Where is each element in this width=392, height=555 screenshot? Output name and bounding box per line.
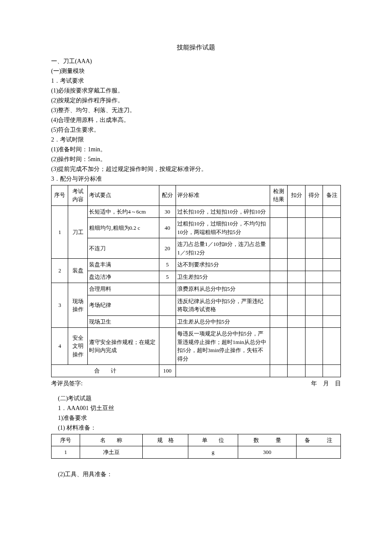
cell-spec xyxy=(143,446,188,459)
scoring-table: 序号 考试内容 考试要点 配分 评分标准 检测结果 扣分 得分 备注 1 刀工 … xyxy=(51,185,341,377)
subsection-1: (一)测量模块 xyxy=(51,66,341,75)
cell-content: 刀工 xyxy=(68,205,88,259)
cell-num: 3 xyxy=(52,283,68,328)
cell-empty xyxy=(288,218,306,238)
signature-label: 考评员签字: xyxy=(51,379,83,388)
th-remark: 备 注 xyxy=(297,434,341,446)
table-header-row: 序号 名 称 规 格 单 位 数 量 备 注 xyxy=(52,434,341,446)
cell-empty xyxy=(323,218,341,238)
cell-empty xyxy=(270,328,288,365)
cell-score xyxy=(159,283,176,295)
cell-content: 装盘 xyxy=(68,259,88,283)
cell-empty xyxy=(305,315,323,328)
cell-std: 卫生差扣5分 xyxy=(176,271,270,283)
cell-empty xyxy=(323,365,341,377)
cell-std: 违反纪律从总分中扣5分，严重违纪将取消考试资格 xyxy=(176,295,270,315)
cell-std: 过粗扣10分，过细扣10分，不均匀扣10分，两端粗细不均扣5分 xyxy=(176,218,270,238)
material-table: 序号 名 称 规 格 单 位 数 量 备 注 1 净土豆 g 300 xyxy=(51,434,341,459)
cell-name: 净土豆 xyxy=(80,446,143,459)
cell-empty xyxy=(323,271,341,283)
cell-empty xyxy=(323,238,341,259)
cell-score xyxy=(159,295,176,315)
th-got: 得分 xyxy=(305,185,323,205)
table-row: 现场卫生 卫生差从总分中扣5分 xyxy=(52,315,341,328)
cell-empty xyxy=(288,238,306,259)
requirements-header: 1．考试要求 xyxy=(51,76,341,85)
th-deduct: 扣分 xyxy=(288,185,306,205)
cell-empty xyxy=(305,365,323,377)
cell-empty xyxy=(288,283,306,295)
req-1: (1)必须按要求穿戴工作服。 xyxy=(51,86,341,95)
table-total-row: 合 计 100 xyxy=(52,365,341,377)
th-qty: 数 量 xyxy=(238,434,297,446)
cell-std: 浪费原料从总分中扣5分 xyxy=(176,283,270,295)
table-row: 粗细均匀,粗细为0.2 c 40 过粗扣10分，过细扣10分，不均匀扣10分，两… xyxy=(52,218,341,238)
cell-empty xyxy=(270,259,288,271)
cell-point: 盘边洁净 xyxy=(88,271,159,283)
cell-empty xyxy=(288,365,306,377)
cell-score: 20 xyxy=(159,238,176,259)
cell-empty xyxy=(270,295,288,315)
cell-point: 考场纪律 xyxy=(88,295,159,315)
cell-unit: g xyxy=(188,446,238,459)
th-name: 名 称 xyxy=(80,434,143,446)
cell-empty xyxy=(270,238,288,259)
cell-remark xyxy=(297,446,341,459)
time-limit-header: 2．考试时限 xyxy=(51,135,341,144)
cell-empty xyxy=(305,283,323,295)
cell-empty xyxy=(305,218,323,238)
cell-empty xyxy=(323,283,341,295)
cell-num: 2 xyxy=(52,259,68,283)
cell-empty xyxy=(323,295,341,315)
th-score: 配分 xyxy=(159,185,176,205)
section-1-header: 一、刀工(AAA) xyxy=(51,57,341,66)
cell-point: 遵守安全操作规程；在规定时间内完成 xyxy=(88,328,159,365)
th-content: 考试内容 xyxy=(68,185,88,205)
cell-std: 达不到要求扣5分 xyxy=(176,259,270,271)
th-points: 考试要点 xyxy=(88,185,159,205)
cell-empty xyxy=(270,283,288,295)
prep-header: 1)准备要求 xyxy=(58,413,341,422)
table-row: 3 现场操作 合理用料 浪费原料从总分中扣5分 xyxy=(52,283,341,295)
table-row: 4 安全文明操作 遵守安全操作规程；在规定时间内完成 每违反一项规定从总分中扣5… xyxy=(52,328,341,365)
cell-score xyxy=(159,328,176,365)
cell-score xyxy=(159,315,176,328)
cell-num: 1 xyxy=(52,446,80,459)
tools-header: (2)工具、用具准备： xyxy=(58,470,341,479)
time-1: (1)准备时间：1min。 xyxy=(51,145,341,154)
cell-empty xyxy=(270,218,288,238)
page-title: 技能操作试题 xyxy=(51,43,341,52)
cell-std: 每违反一项规定从总分中扣5分，严重违规停止操作；超时1min从总分中扣5分，超时… xyxy=(176,328,270,365)
cell-empty xyxy=(270,315,288,328)
material-header: (1) 材料准备： xyxy=(58,423,341,432)
req-5: (5)符合卫生要求。 xyxy=(51,125,341,134)
table-row: 2 装盘 装盘丰满 5 达不到要求扣5分 xyxy=(52,259,341,271)
th-remark: 备注 xyxy=(323,185,341,205)
cell-empty xyxy=(288,295,306,315)
cell-point: 长短适中，长约4～6cm xyxy=(88,205,159,218)
cell-empty xyxy=(270,271,288,283)
date-label: 年 月 日 xyxy=(311,379,341,388)
time-3: (3)提前完成不加分；超过规定操作时间，按规定标准评分。 xyxy=(51,165,341,173)
scoring-header: 3．配分与评分标准 xyxy=(51,174,341,183)
cell-empty xyxy=(288,271,306,283)
cell-empty xyxy=(270,205,288,218)
cell-empty xyxy=(323,205,341,218)
cell-content: 现场操作 xyxy=(68,283,88,328)
table-row: 考场纪律 违反纪律从总分中扣5分，严重违纪将取消考试资格 xyxy=(52,295,341,315)
th-result: 检测结果 xyxy=(270,185,288,205)
cell-empty xyxy=(305,295,323,315)
cell-point: 装盘丰满 xyxy=(88,259,159,271)
time-2: (2)操作时间：5min。 xyxy=(51,155,341,164)
cell-empty xyxy=(288,328,306,365)
signature-row: 考评员签字: 年 月 日 xyxy=(51,379,341,388)
th-spec: 规 格 xyxy=(143,434,188,446)
cell-empty xyxy=(305,238,323,259)
cell-point: 不连刀 xyxy=(88,238,159,259)
cell-empty xyxy=(323,315,341,328)
th-unit: 单 位 xyxy=(188,434,238,446)
table-row: 1 净土豆 g 300 xyxy=(52,446,341,459)
cell-empty xyxy=(288,205,306,218)
cell-empty xyxy=(288,259,306,271)
cell-score: 40 xyxy=(159,218,176,238)
